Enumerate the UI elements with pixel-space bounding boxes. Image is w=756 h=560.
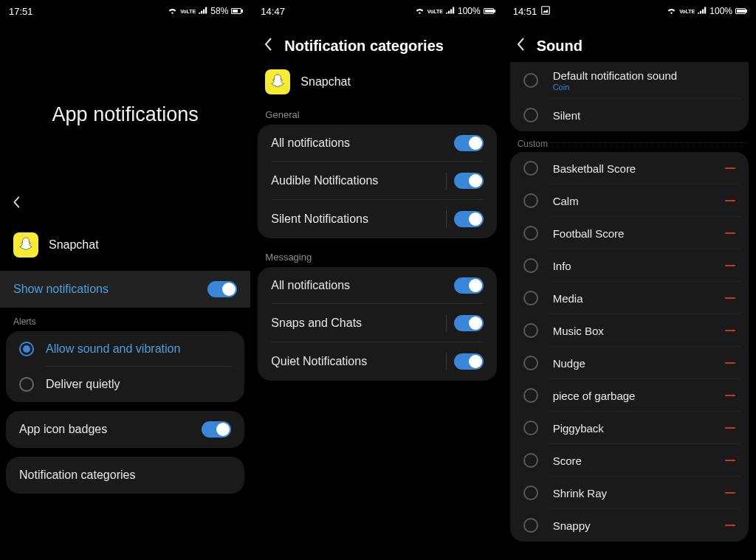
radio-unchecked-icon (523, 518, 538, 533)
messaging-snaps-row[interactable]: Snaps and Chats (258, 304, 496, 342)
wifi-icon (168, 6, 177, 16)
silent-row[interactable]: Silent (510, 99, 749, 131)
remove-icon[interactable] (725, 200, 735, 201)
volte-icon: VoLTE (679, 9, 695, 14)
custom-sound-row[interactable]: Shrink Ray (510, 477, 749, 509)
custom-sound-row[interactable]: Media (510, 282, 749, 314)
silent-label: Silent (553, 109, 581, 122)
wifi-icon (667, 6, 676, 16)
page-header: Sound (504, 22, 755, 62)
messaging-all-row[interactable]: All notifications (258, 267, 496, 304)
app-header-row: Snapchat (0, 225, 250, 271)
radio-unchecked-icon (523, 161, 538, 176)
allow-sound-row[interactable]: Allow sound and vibration (6, 331, 244, 367)
messaging-section-label: Messaging (252, 247, 502, 267)
radio-unchecked-icon (19, 377, 34, 392)
custom-sound-list: Basketball ScoreCalmFootball ScoreInfoMe… (510, 152, 749, 542)
general-all-label: All notifications (271, 136, 350, 150)
battery-icon (484, 8, 494, 14)
custom-sound-row[interactable]: Snappy (510, 509, 749, 542)
custom-sound-row[interactable]: Football Score (510, 217, 749, 249)
radio-unchecked-icon (523, 485, 538, 500)
alerts-section-label: Alerts (0, 308, 250, 331)
radio-unchecked-icon (523, 356, 538, 370)
remove-icon[interactable] (725, 362, 735, 364)
notification-categories-row[interactable]: Notification categories (6, 457, 244, 494)
general-audible-toggle[interactable] (454, 173, 484, 189)
remove-icon[interactable] (725, 492, 735, 494)
volte-icon: VoLTE (180, 9, 196, 14)
general-silent-label: Silent Notifications (271, 212, 368, 226)
app-icon-badges-toggle[interactable] (202, 421, 231, 438)
custom-sound-row[interactable]: Nudge (510, 347, 749, 379)
messaging-all-toggle[interactable] (454, 277, 484, 294)
status-time: 17:51 (9, 6, 33, 17)
show-notifications-toggle[interactable] (207, 281, 237, 297)
general-all-toggle[interactable] (454, 135, 484, 151)
app-icon-badges-row[interactable]: App icon badges (6, 411, 244, 448)
screen-sound: 14:51 VoLTE 100% Sound (504, 0, 756, 560)
general-silent-toggle[interactable] (454, 211, 484, 227)
default-sound-subtitle: Coin (553, 83, 677, 91)
custom-sound-row[interactable]: Music Box (510, 314, 749, 347)
show-notifications-row[interactable]: Show notifications (0, 271, 250, 308)
back-button[interactable] (264, 37, 274, 55)
page-title: Notification categories (284, 38, 444, 55)
back-button[interactable] (0, 193, 250, 225)
messaging-quiet-row[interactable]: Quiet Notifications (258, 342, 496, 381)
general-all-row[interactable]: All notifications (258, 125, 496, 162)
custom-section-label: Custom (504, 134, 755, 151)
battery-icon (231, 8, 241, 14)
snapchat-icon (265, 69, 290, 94)
battery-icon (735, 8, 746, 14)
app-header-row: Snapchat (252, 68, 502, 105)
general-audible-row[interactable]: Audible Notifications (258, 162, 496, 200)
radio-unchecked-icon (523, 226, 538, 241)
custom-sound-row[interactable]: Calm (510, 184, 749, 217)
messaging-snaps-toggle[interactable] (454, 315, 484, 331)
custom-sound-row[interactable]: Basketball Score (510, 152, 749, 184)
back-button[interactable] (516, 37, 526, 55)
app-icon-badges-label: App icon badges (19, 423, 107, 436)
deliver-quietly-row[interactable]: Deliver quietly (6, 367, 244, 402)
remove-icon[interactable] (725, 427, 735, 429)
custom-sound-row[interactable]: piece of garbage (510, 379, 749, 412)
radio-unchecked-icon (523, 291, 538, 305)
custom-sound-row[interactable]: Info (510, 249, 749, 282)
messaging-quiet-label: Quiet Notifications (271, 355, 367, 368)
wifi-icon (415, 6, 425, 16)
status-time: 14:51 (513, 6, 537, 17)
custom-sound-label: Basketball Score (553, 162, 636, 175)
general-section-label: General (252, 105, 502, 125)
custom-sound-label: Shrink Ray (553, 487, 607, 499)
custom-sound-label: Piggyback (553, 422, 604, 435)
remove-icon[interactable] (725, 297, 735, 299)
page-title: Sound (537, 38, 583, 55)
app-name: Snapchat (300, 75, 351, 89)
remove-icon[interactable] (725, 330, 735, 331)
general-audible-label: Audible Notifications (271, 174, 378, 187)
custom-sound-label: Nudge (553, 357, 585, 370)
status-time: 14:47 (261, 6, 285, 17)
radio-unchecked-icon (523, 258, 538, 273)
custom-sound-label: Music Box (553, 325, 604, 337)
messaging-quiet-toggle[interactable] (454, 353, 484, 370)
custom-sound-label: piece of garbage (553, 390, 636, 402)
general-silent-row[interactable]: Silent Notifications (258, 200, 496, 238)
notification-categories-label: Notification categories (19, 469, 135, 482)
custom-sound-label: Info (553, 260, 571, 272)
default-sound-row[interactable]: Default notification sound Coin (510, 62, 749, 99)
custom-sound-row[interactable]: Piggyback (510, 412, 749, 444)
picture-icon (541, 6, 550, 17)
radio-unchecked-icon (523, 73, 538, 88)
remove-icon[interactable] (725, 167, 735, 169)
remove-icon[interactable] (725, 395, 735, 396)
remove-icon[interactable] (725, 460, 735, 461)
custom-sound-row[interactable]: Score (510, 444, 749, 477)
volte-icon: VoLTE (427, 9, 443, 14)
battery-percent: 100% (458, 6, 481, 16)
remove-icon[interactable] (725, 265, 735, 266)
remove-icon[interactable] (725, 232, 735, 234)
custom-sound-label: Football Score (553, 227, 625, 240)
remove-icon[interactable] (725, 525, 735, 526)
